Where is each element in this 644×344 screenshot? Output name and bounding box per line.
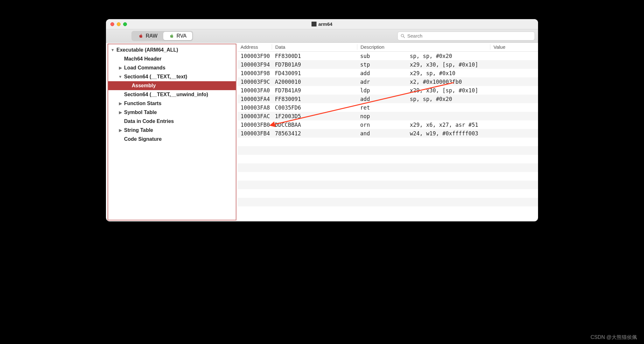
cell-address: 100003FB4 <box>237 130 272 137</box>
tree-item[interactable]: ▶Load Commands <box>108 63 236 72</box>
tree-item-label: Code Signature <box>124 135 162 144</box>
segment-rva[interactable]: RVA <box>163 32 192 40</box>
disassembly-rows[interactable]: 100003F90FF8300D1subsp, sp, #0x20100003F… <box>237 52 538 221</box>
svg-line-1 <box>403 37 405 38</box>
cell-data: FD7B01A9 <box>272 61 357 68</box>
chevron-right-icon: ▶ <box>118 65 122 71</box>
cell-value: x2, #0x100003fb0 <box>407 79 538 85</box>
table-header: Address Data Description Value <box>237 43 538 52</box>
column-address[interactable]: Address <box>237 44 272 50</box>
window-title: arm64 <box>312 21 332 27</box>
tree-item-label: Mach64 Header <box>124 54 161 63</box>
tree-item[interactable]: Section64 (__TEXT,__unwind_info) <box>108 90 236 99</box>
table-row[interactable]: 100003FB478563412andw24, w19, #0xfffff00… <box>237 129 538 138</box>
close-icon[interactable] <box>110 22 114 26</box>
table-row[interactable]: 100003F90FF8300D1subsp, sp, #0x20 <box>237 52 538 60</box>
cell-data: A2000010 <box>272 79 357 85</box>
titlebar: arm64 <box>106 19 538 29</box>
table-row[interactable]: 100003FA4FF830091addsp, sp, #0x20 <box>237 95 538 103</box>
segment-rva-label: RVA <box>177 33 186 39</box>
table-row[interactable]: 100003FA0FD7B41A9ldpx29, x30, [sp, #0x10… <box>237 86 538 95</box>
tree-item-label: Data in Code Entries <box>124 117 174 126</box>
apple-icon <box>138 33 144 39</box>
table-row-empty <box>237 138 538 146</box>
tree-item-label: Assembly <box>132 81 156 90</box>
column-description[interactable]: Description <box>357 44 490 50</box>
cell-data: 78563412 <box>272 130 357 137</box>
apple-icon <box>169 33 175 39</box>
tree-item[interactable]: Data in Code Entries <box>108 117 236 126</box>
tree-item[interactable]: ▼Executable (ARM64_ALL) <box>108 46 236 54</box>
cell-address: 100003F94 <box>237 61 272 68</box>
cell-description: stp <box>357 61 407 68</box>
table-row[interactable]: 100003F94FD7B01A9stpx29, x30, [sp, #0x10… <box>237 60 538 69</box>
tree-item-label: Function Starts <box>124 99 161 108</box>
table-row[interactable]: 100003F9CA2000010adrx2, #0x100003fb0 <box>237 77 538 86</box>
cell-data: FD7B41A9 <box>272 87 357 94</box>
cell-address: 100003FA4 <box>237 96 272 102</box>
tree-item[interactable]: ▶Function Starts <box>108 99 236 108</box>
cell-value: x29, x30, [sp, #0x10] <box>407 87 538 94</box>
tree-item[interactable]: ▼Section64 (__TEXT,__text) <box>108 72 236 81</box>
tree-item[interactable]: Code Signature <box>108 135 236 144</box>
chevron-down-icon: ▼ <box>111 47 115 54</box>
table-row-empty <box>237 189 538 198</box>
cell-description: ldp <box>357 87 407 94</box>
cell-data: FD430091 <box>272 70 357 76</box>
table-row-empty <box>237 181 538 189</box>
table-row[interactable]: 100003FA8C0035FD6ret <box>237 103 538 112</box>
table-row[interactable]: 100003F98FD430091addx29, sp, #0x10 <box>237 69 538 77</box>
cell-data: FF830091 <box>272 96 357 102</box>
column-value[interactable]: Value <box>490 44 538 50</box>
table-row-empty <box>237 146 538 155</box>
table-row-empty <box>237 198 538 206</box>
search-input[interactable] <box>407 33 532 39</box>
tree-item-label: Section64 (__TEXT,__text) <box>124 72 187 81</box>
chevron-down-icon: ▼ <box>118 74 122 80</box>
search-field[interactable] <box>397 32 535 40</box>
table-row[interactable]: 100003FAC1F2003D5nop <box>237 112 538 120</box>
chevron-right-icon: ▶ <box>118 109 122 116</box>
cell-address: 100003FB0 <box>237 122 272 128</box>
address-mode-segment: RAW RVA <box>131 31 193 41</box>
cell-address: 100003F9C <box>237 79 272 85</box>
minimize-icon[interactable] <box>117 22 121 26</box>
cell-data: DDCCBBAA <box>272 122 357 128</box>
cell-value: x29, x6, x27, asr #51 <box>407 122 538 128</box>
window-title-text: arm64 <box>318 21 332 27</box>
toolbar: RAW RVA <box>106 29 538 43</box>
column-data[interactable]: Data <box>272 44 357 50</box>
tree-item[interactable]: ▶Symbol Table <box>108 108 236 117</box>
tree-item-label: Executable (ARM64_ALL) <box>116 46 178 54</box>
cell-value: sp, sp, #0x20 <box>407 53 538 59</box>
cell-description: ret <box>357 104 407 111</box>
cell-data: C0035FD6 <box>272 104 357 111</box>
segment-raw-label: RAW <box>146 33 158 39</box>
tree-item-label: Load Commands <box>124 63 165 72</box>
search-icon <box>400 33 405 39</box>
cell-value: x29, x30, [sp, #0x10] <box>407 61 538 68</box>
zoom-icon[interactable] <box>123 22 127 26</box>
cell-description: and <box>357 130 407 137</box>
tree-item[interactable]: Assembly <box>108 81 236 90</box>
window-body: ▼Executable (ARM64_ALL)Mach64 Header▶Loa… <box>106 43 538 221</box>
app-window: arm64 RAW RVA <box>106 19 538 221</box>
segment-raw[interactable]: RAW <box>132 32 163 40</box>
cell-description: add <box>357 70 407 76</box>
chevron-right-icon: ▶ <box>118 100 122 107</box>
tree-item-label: Symbol Table <box>124 108 157 117</box>
sidebar-tree[interactable]: ▼Executable (ARM64_ALL)Mach64 Header▶Loa… <box>108 44 236 220</box>
table-row-empty <box>237 163 538 172</box>
table-row[interactable]: 100003FB0DDCCBBAAornx29, x6, x27, asr #5… <box>237 120 538 129</box>
tree-item[interactable]: ▶String Table <box>108 126 236 135</box>
traffic-lights <box>110 22 127 26</box>
cell-address: 100003F90 <box>237 53 272 59</box>
binary-file-icon <box>312 22 316 26</box>
cell-address: 100003FAC <box>237 113 272 119</box>
cell-value: sp, sp, #0x20 <box>407 96 538 102</box>
cell-description: add <box>357 96 407 102</box>
tree-item[interactable]: Mach64 Header <box>108 54 236 63</box>
cell-description: sub <box>357 53 407 59</box>
tree-item-label: Section64 (__TEXT,__unwind_info) <box>124 90 208 99</box>
cell-value: x29, sp, #0x10 <box>407 70 538 76</box>
